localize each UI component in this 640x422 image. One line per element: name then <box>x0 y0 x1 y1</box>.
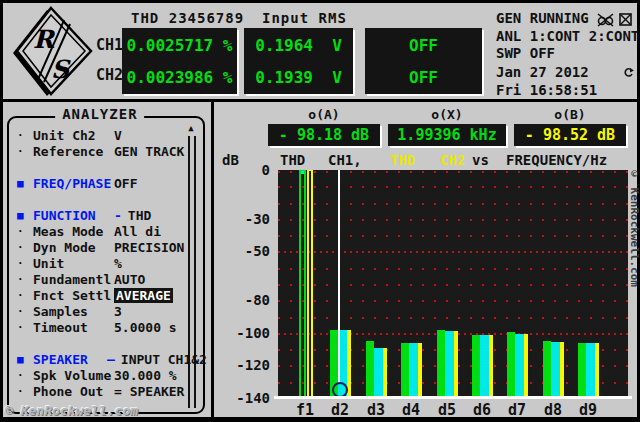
item-label: Dyn Mode <box>33 240 114 256</box>
rs-logo: R S <box>7 4 93 98</box>
item-label: Spk Volume <box>33 368 114 384</box>
menu-rows: ·Unit Ch2V ·ReferenceGEN TRACK ■FREQ/PHA… <box>17 128 187 400</box>
aux-ch2-value: OFF <box>365 68 482 87</box>
item-marker: · <box>17 272 31 288</box>
bar-ch2-d8 <box>551 342 560 398</box>
item-value: OFF <box>114 176 137 191</box>
item-value: = SPEAKER <box>114 384 184 399</box>
gridline <box>278 219 628 221</box>
menu-item-reference[interactable]: ·ReferenceGEN TRACK <box>17 144 187 160</box>
thd-title: THD 23456789 <box>131 10 244 26</box>
item-label: Meas Mode <box>33 224 114 240</box>
gridline <box>278 235 628 237</box>
menu-item-samples[interactable]: ·Samples3 <box>17 304 187 320</box>
item-marker: ■ <box>17 352 31 368</box>
item-value: GEN TRACK <box>114 144 184 159</box>
input-rms-display: 0.1964 V 0.1939 V <box>244 28 353 94</box>
x-tick-label-d4: d4 <box>391 401 431 419</box>
menu-item-unit-ch2[interactable]: ·Unit Ch2V <box>17 128 187 144</box>
aux-ch1-value: OFF <box>365 36 482 55</box>
gridline <box>278 203 628 205</box>
menu-scrollbar[interactable]: ▲ <box>186 122 196 408</box>
y-tick-label: -30 <box>214 212 270 226</box>
menu-item-unit[interactable]: ·Unit% <box>17 256 187 272</box>
thd-ch1-value: 0.0025717 % <box>122 36 237 55</box>
menu-item-function[interactable]: ■FUNCTION-THD <box>17 208 187 224</box>
item-label: SPEAKER <box>33 352 107 368</box>
menu-item-timeout[interactable]: ·5.0000 sTimeout5.0000 s <box>17 320 187 336</box>
rms-ch2-value: 0.1939 V <box>244 68 353 87</box>
item-marker: · <box>17 224 31 240</box>
ch1-label: CH1 <box>96 36 123 54</box>
bar-ch2-edge-d6 <box>489 335 493 398</box>
bar-ch2-edge-d7 <box>524 334 528 398</box>
watermark-right: © KenRockwell.com <box>628 168 640 287</box>
thd-ch2-value: 0.0023986 % <box>122 68 237 87</box>
item-label: Unit Ch2 <box>33 128 114 144</box>
bar-ch2-d9 <box>586 343 595 398</box>
bar-ch1-f1 <box>299 170 306 398</box>
legend-vs: vs <box>472 152 489 168</box>
menu-spacer <box>17 336 187 352</box>
analyzer-menu-box: ·Unit Ch2V ·ReferenceGEN TRACK ■FREQ/PHA… <box>7 116 205 414</box>
rms-ch1-value: 0.1964 V <box>244 36 353 55</box>
item-separator: — <box>107 352 115 367</box>
chart-pane: o(A) o(X) o(B) - 98.18 dB 1.99396 kHz - … <box>214 102 637 417</box>
cursor-line[interactable] <box>338 170 340 384</box>
gridline <box>278 251 628 253</box>
item-label: Fnct Settl <box>33 288 114 304</box>
scrollbar-track[interactable] <box>188 136 196 408</box>
item-marker: ■ <box>17 176 31 192</box>
y-tick-label: -80 <box>214 293 270 307</box>
item-label: Samples <box>33 304 114 320</box>
legend-ch2: CH2 <box>440 152 465 168</box>
item-label: Fundamentl <box>33 272 114 288</box>
keyboard-disabled-icon <box>597 12 614 27</box>
item-marker: ■ <box>17 208 31 224</box>
bar-ch2-edge-d4 <box>418 343 422 398</box>
swp-status: SWP OFF <box>496 45 555 61</box>
thd-display: 0.0025717 % 0.0023986 % <box>122 28 237 94</box>
status-time: Fri 16:58:51 <box>496 82 597 98</box>
status-date: Jan 27 2012 <box>496 64 589 80</box>
y-tick-label: 0 <box>214 163 270 177</box>
item-label: FREQ/PHASE <box>33 176 114 192</box>
gridline <box>278 268 628 270</box>
menu-item-fnct-settl[interactable]: ·Fnct SettlAVERAGE <box>17 288 187 304</box>
item-value: THD <box>128 208 151 223</box>
menu-item-meas-mode[interactable]: ·Meas ModeAll di <box>17 224 187 240</box>
scroll-up-icon[interactable]: ▲ <box>186 122 196 134</box>
menu-item-spk-volume[interactable]: ·Spk Volume30.000 % <box>17 368 187 384</box>
monitor-disabled-icon <box>618 12 633 27</box>
item-value: V <box>114 128 122 143</box>
item-label: Unit <box>33 256 114 272</box>
item-value: AUTO <box>114 272 145 287</box>
bar-ch2-edge-d8 <box>560 342 564 398</box>
menu-item-fundamental[interactable]: ·FundamentlAUTO <box>17 272 187 288</box>
gridline <box>278 186 628 188</box>
item-value: 3 <box>114 304 122 319</box>
x-tick-label-d5: d5 <box>427 401 467 419</box>
item-marker: · <box>17 240 31 256</box>
readout-b-value: - 98.52 dB <box>514 124 626 146</box>
item-marker: · <box>17 384 31 400</box>
legend-ch1: CH1, <box>328 152 362 168</box>
readout-x-label: o(X) <box>388 107 506 122</box>
item-value: PRECISION <box>114 240 184 255</box>
item-label: Timeout <box>33 320 114 336</box>
chart-legend: dB THD CH1, THD CH2 vs FREQUENCY/Hz <box>214 152 637 168</box>
bar-ch1-d3 <box>366 341 374 398</box>
menu-item-speaker[interactable]: ■SPEAKER—INPUT CH1&2 <box>17 352 187 368</box>
menu-item-freq-phase[interactable]: ■FREQ/PHASEOFF <box>17 176 187 192</box>
menu-item-phone-out[interactable]: ·Phone Out= SPEAKER <box>17 384 187 400</box>
x-tick-label-d9: d9 <box>568 401 608 419</box>
gridline <box>278 284 628 286</box>
item-value: % <box>114 256 122 271</box>
gridline <box>278 171 628 173</box>
x-tick-label-d2: d2 <box>320 401 360 419</box>
item-marker: · <box>17 320 31 336</box>
refresh-icon <box>623 67 634 78</box>
gen-status: GEN RUNNING <box>496 10 589 26</box>
menu-item-dyn-mode[interactable]: ·Dyn ModePRECISION <box>17 240 187 256</box>
svg-text:R: R <box>33 25 56 54</box>
